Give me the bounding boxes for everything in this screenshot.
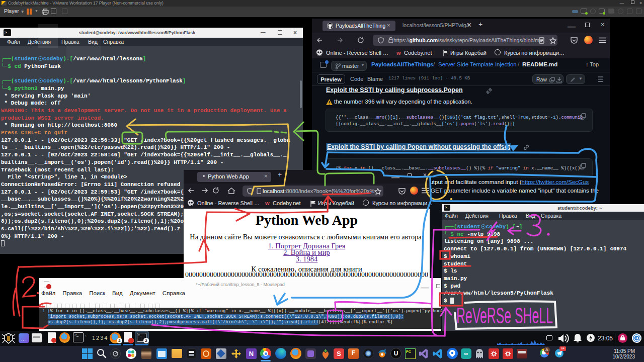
svg-text:ReVeRSe SHeLL: ReVeRSe SHeLL xyxy=(456,303,553,328)
